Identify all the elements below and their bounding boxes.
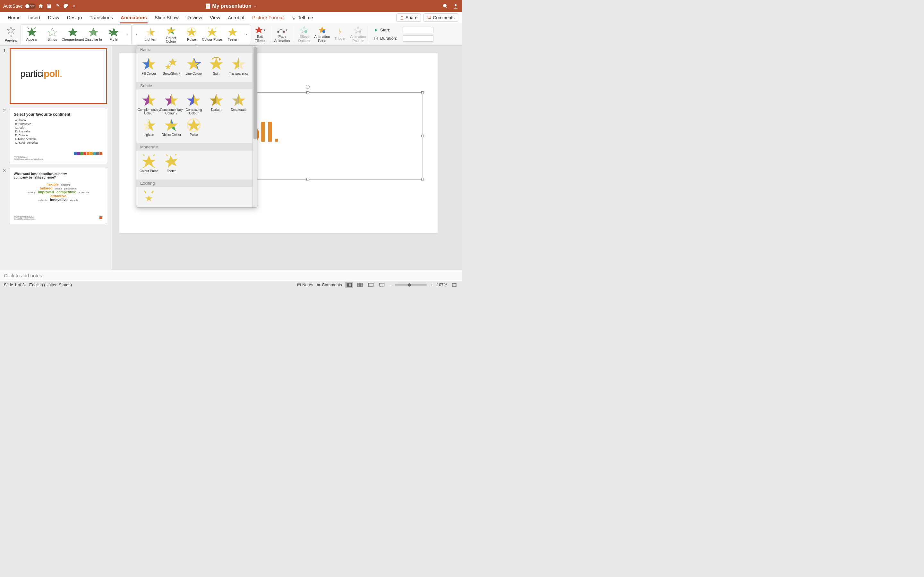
language-indicator[interactable]: English (United States) <box>29 282 72 287</box>
tab-animations[interactable]: Animations <box>117 12 151 23</box>
tab-design[interactable]: Design <box>63 12 86 23</box>
effect-grow-shrink[interactable]: Grow/Shrink <box>160 55 183 80</box>
resize-handle[interactable] <box>306 178 309 181</box>
timing-group: Start: Duration: <box>372 27 435 42</box>
section-subtle: Subtle <box>136 82 252 89</box>
comments-toggle[interactable]: Comments <box>317 282 342 287</box>
zoom-level[interactable]: 107% <box>437 282 447 287</box>
notes-toggle[interactable]: Notes <box>297 282 313 287</box>
svg-line-5 <box>446 7 447 8</box>
effect-darken[interactable]: Darken <box>205 91 228 116</box>
tab-view[interactable]: View <box>206 12 224 23</box>
entrance-next-arrow[interactable]: › <box>125 25 131 44</box>
svg-rect-115 <box>358 283 360 285</box>
entrance-fly-in[interactable]: Fly In <box>103 25 124 44</box>
rotate-handle[interactable] <box>306 85 310 89</box>
effect-complementary-colour-2[interactable]: Complementary Colour 2 <box>160 91 183 116</box>
effect-transparency[interactable]: Transparency <box>228 55 250 80</box>
start-dropdown[interactable] <box>403 27 433 33</box>
tab-picture-format[interactable]: Picture Format <box>248 12 288 23</box>
entrance-blinds[interactable]: Blinds <box>42 25 63 44</box>
autosave-toggle[interactable]: OFF <box>25 3 36 9</box>
slide-thumb-1[interactable]: participoll. <box>10 48 107 104</box>
tab-transitions[interactable]: Transitions <box>86 12 117 23</box>
save-icon[interactable] <box>46 3 52 9</box>
effect-complementary-colour[interactable]: Complementary Colour <box>137 91 160 116</box>
exit-effects-button[interactable]: ▾ Exit Effects <box>252 24 268 44</box>
slide-thumb-3[interactable]: What word best describes our new company… <box>10 168 107 224</box>
effect-colour-pulse[interactable]: Colour Pulse <box>137 153 160 177</box>
effect-teeter[interactable]: Teeter <box>160 153 183 177</box>
path-animation-button[interactable]: ▾ Path Animation <box>274 24 290 44</box>
zoom-slider[interactable] <box>395 284 427 285</box>
tab-acrobat[interactable]: Acrobat <box>224 12 248 23</box>
share-button[interactable]: Share <box>396 13 421 22</box>
emphasis-prev-arrow[interactable]: ‹ <box>134 25 140 44</box>
sorter-view-button[interactable] <box>356 282 364 288</box>
preview-button[interactable]: ▾ Preview <box>3 24 19 44</box>
gallery-expand-chevron[interactable]: ⌄ <box>191 42 200 45</box>
tab-slideshow[interactable]: Slide Show <box>151 12 183 23</box>
entrance-appear[interactable]: Appear <box>21 25 42 44</box>
animation-pane-button[interactable]: Animation Pane <box>314 24 330 44</box>
zoom-slider-thumb[interactable] <box>408 284 411 287</box>
resize-handle[interactable] <box>421 178 424 181</box>
emphasis-teeter[interactable]: Teeter <box>222 25 243 44</box>
svg-rect-118 <box>360 285 363 287</box>
svg-line-13 <box>34 27 36 29</box>
home-icon[interactable] <box>37 3 44 9</box>
resize-handle[interactable] <box>421 135 424 137</box>
emphasis-object-colour[interactable]: Object Colour <box>161 25 181 44</box>
thumb-number: 2 <box>3 108 8 164</box>
entrance-chequerboard[interactable]: Chequerboard <box>63 25 83 44</box>
zoom-in-button[interactable]: + <box>430 282 433 288</box>
slideshow-view-button[interactable] <box>378 282 386 288</box>
chevron-down-icon[interactable]: ⌄ <box>254 4 256 8</box>
effect-object-colour[interactable]: Object Colour <box>160 116 183 141</box>
search-icon[interactable] <box>442 3 449 9</box>
qat-customize-icon[interactable]: ▾ <box>71 3 78 9</box>
resize-handle[interactable] <box>421 91 424 94</box>
notes-placeholder: Click to add notes <box>4 273 42 278</box>
resize-handle[interactable] <box>306 91 309 94</box>
fit-to-window-button[interactable] <box>451 282 458 288</box>
tab-review[interactable]: Review <box>183 12 206 23</box>
tell-me[interactable]: Tell me <box>288 15 317 20</box>
slide-thumb-2[interactable]: Select your favourite continent A. Afric… <box>10 108 107 164</box>
star-icon <box>88 27 99 37</box>
tab-draw[interactable]: Draw <box>44 12 63 23</box>
slide-indicator[interactable]: Slide 1 of 3 <box>4 282 25 287</box>
emphasis-lighten[interactable]: Lighten <box>140 25 161 44</box>
effect-unknown[interactable] <box>137 189 160 207</box>
notes-pane[interactable]: Click to add notes <box>0 270 462 281</box>
duration-input[interactable] <box>403 35 433 42</box>
emphasis-colour-pulse[interactable]: Colour Pulse <box>202 25 222 44</box>
effect-line-colour[interactable]: Line Colour <box>183 55 205 80</box>
star-icon <box>142 154 156 169</box>
emphasis-pulse[interactable]: Pulse <box>181 25 202 44</box>
svg-marker-16 <box>68 28 78 36</box>
share-icon <box>400 15 404 20</box>
effect-pulse[interactable]: Pulse <box>183 116 205 141</box>
reading-view-button[interactable] <box>367 282 375 288</box>
effect-spin[interactable]: Spin <box>205 55 228 80</box>
scrollbar-thumb[interactable] <box>254 47 257 139</box>
effect-lighten[interactable]: Lighten <box>137 116 160 141</box>
undo-icon[interactable] <box>54 3 61 9</box>
effect-contrasting-colour[interactable]: Contrasting Colour <box>183 91 205 116</box>
tab-insert[interactable]: Insert <box>24 12 44 23</box>
account-icon[interactable] <box>452 3 459 9</box>
comments-button[interactable]: Comments <box>423 13 458 22</box>
tab-home[interactable]: Home <box>4 12 24 23</box>
thumbnail-panel[interactable]: 1 participoll. 2 Select your favourite c… <box>0 45 112 270</box>
dropdown-scrollbar[interactable] <box>252 46 257 207</box>
zoom-out-button[interactable]: − <box>389 282 392 288</box>
star-icon <box>142 190 156 205</box>
repeat-icon[interactable] <box>63 3 69 9</box>
doc-title[interactable]: My presentation ⌄ <box>206 3 256 9</box>
effect-desaturate[interactable]: Desaturate <box>228 91 250 116</box>
normal-view-button[interactable] <box>345 282 353 288</box>
emphasis-next-arrow[interactable]: › <box>244 25 249 44</box>
entrance-dissolve-in[interactable]: Dissolve In <box>83 25 103 44</box>
effect-fill-colour[interactable]: Fill Colour <box>137 55 160 80</box>
